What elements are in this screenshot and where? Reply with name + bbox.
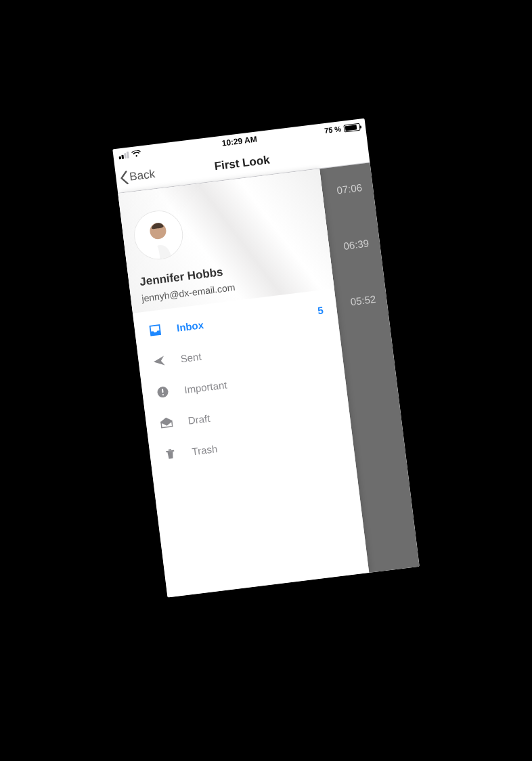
trash-icon <box>163 446 178 461</box>
page-title: First Look <box>214 153 271 173</box>
phone-frame: 10:29 AM 75 % Back First Look <box>112 118 419 598</box>
avatar <box>131 208 185 262</box>
status-time: 10:29 AM <box>221 134 258 148</box>
screen-body: Jennifer Hobbs jennyh@dx-email.com Inbox… <box>118 162 419 597</box>
folder-label: Trash <box>191 429 324 457</box>
status-right: 75 % <box>324 123 360 135</box>
folder-label: Inbox <box>176 307 303 334</box>
battery-icon <box>343 123 360 132</box>
list-item-time: 06:39 <box>342 233 370 251</box>
back-button[interactable]: Back <box>119 167 156 185</box>
back-label: Back <box>129 167 156 183</box>
wifi-icon <box>131 150 141 158</box>
folder-count: 5 <box>317 304 324 316</box>
chevron-left-icon <box>119 171 129 185</box>
signal-icon <box>118 152 129 160</box>
battery-percent-label: 75 % <box>324 125 341 135</box>
list-item-time: 07:06 <box>336 177 363 196</box>
profile-header: Jennifer Hobbs jennyh@dx-email.com <box>118 169 334 313</box>
list-item-time: 05:52 <box>349 289 376 307</box>
important-icon <box>155 385 170 399</box>
status-left <box>118 150 141 159</box>
folder-list: Inbox 5 Sent Important <box>133 288 354 476</box>
inbox-icon <box>148 323 162 338</box>
sent-icon <box>152 353 167 368</box>
draft-icon <box>159 416 174 431</box>
